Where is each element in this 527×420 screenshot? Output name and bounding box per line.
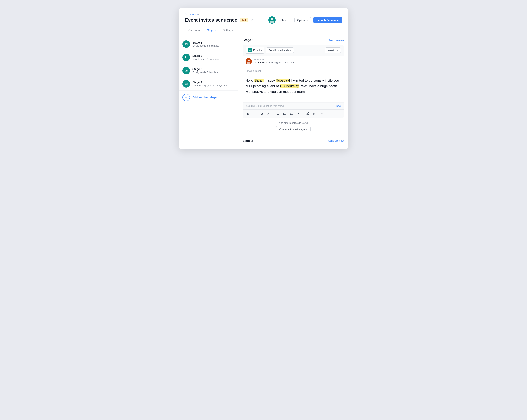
composer-toolbar: ✉ Email ▾ Send immediately ▾ Insert... ▾	[243, 45, 344, 56]
email-type-button[interactable]: ✉ Email ▾	[245, 47, 264, 54]
send-timing-button[interactable]: Send immediately ▾	[266, 47, 294, 53]
insert-chevron: ▾	[337, 49, 338, 51]
sender-name: Irina Satcher	[254, 61, 268, 64]
highlight-ucberkeley: UC Berkeley	[280, 84, 299, 88]
show-signature-link[interactable]: Show	[335, 105, 341, 107]
send-from-label: Send from	[254, 58, 294, 61]
stage2-header: Stage 2 Send preview	[242, 136, 344, 144]
options-button[interactable]: Options ▾	[294, 17, 311, 23]
link-button[interactable]	[319, 111, 324, 117]
sender-email: <irina@acme.com>	[269, 61, 292, 64]
highlight-tuesday: Tuesday!	[276, 79, 290, 82]
star-icon[interactable]: ☆	[251, 18, 254, 22]
stage3-icon: ✉	[182, 67, 190, 74]
stage3-desc: Email, sends 5 days later	[192, 71, 219, 74]
no-email-label: If no email address is found	[279, 122, 308, 124]
stage1-title: Stage 1	[242, 38, 254, 42]
tab-stages[interactable]: Stages	[203, 27, 219, 34]
add-stage-button[interactable]: + Add another stage	[178, 90, 238, 104]
tabs: Overview Stages Settings	[185, 27, 342, 34]
svg-text:1.: 1.	[283, 113, 285, 115]
tab-settings[interactable]: Settings	[219, 27, 236, 34]
sender-chevron-icon[interactable]: ▾	[293, 61, 294, 64]
add-stage-icon: +	[182, 94, 190, 101]
signature-label: Including Gmail signature (not shown)	[245, 105, 285, 107]
share-chevron-icon: ▾	[288, 19, 289, 21]
align-button[interactable]: ☰	[275, 111, 281, 117]
bold-button[interactable]: B	[245, 111, 251, 117]
sidebar-item-stage3[interactable]: ✉ Stage 3 Email, sends 5 days later	[178, 64, 238, 77]
breadcrumb-link[interactable]: Sequences	[185, 13, 198, 16]
stage2-icon: in	[182, 54, 190, 61]
tab-overview[interactable]: Overview	[185, 27, 203, 34]
launch-sequence-button[interactable]: Launch Sequence	[313, 17, 342, 23]
svg-point-5	[247, 62, 251, 64]
sidebar-item-stage4[interactable]: ✉ Stage 4 Text message, sends 7 days lat…	[178, 77, 238, 90]
stage1-header: Stage 1 Send preview	[242, 38, 344, 42]
ordered-list-button[interactable]: 1.	[282, 111, 288, 117]
email-body[interactable]: Hello Sarah, happy Tuesday! I wanted to …	[243, 75, 344, 102]
subject-placeholder: Email subject	[245, 69, 261, 72]
svg-point-11	[290, 114, 291, 114]
page-title: Event invites sequence	[185, 17, 237, 23]
sidebar-item-stage1[interactable]: ✉ Stage 1 Email, sends immediatley	[178, 38, 238, 51]
stage2-name: Stage 2	[192, 54, 219, 57]
send-preview-link[interactable]: Send preview	[328, 39, 344, 42]
toolbar-separator2	[303, 112, 303, 116]
sender-avatar	[245, 58, 252, 65]
stage4-name: Stage 4	[192, 81, 228, 84]
breadcrumb: Sequences /	[185, 13, 342, 16]
svg-point-4	[248, 59, 250, 62]
add-stage-label: Add another stage	[192, 96, 217, 99]
stage2-desc: InMail, sends 3 days later	[192, 58, 219, 61]
svg-point-1	[271, 18, 273, 20]
sender-row: Send from Irina Satcher <irina@acme.com>…	[243, 56, 344, 67]
avatar	[268, 16, 275, 23]
stage-content: Stage 1 Send preview ✉ Email ▾ Send imme…	[238, 34, 349, 149]
email-type-icon: ✉	[248, 48, 252, 52]
send-timing-chevron: ▾	[290, 49, 291, 51]
stage4-desc: Text message, sends 7 days later	[192, 84, 228, 87]
stages-sidebar: ✉ Stage 1 Email, sends immediatley in St…	[178, 34, 238, 149]
stage2-title: Stage 2	[242, 139, 253, 142]
body-text-happy: , happy	[264, 79, 276, 82]
email-type-chevron: ▾	[261, 49, 262, 51]
highlight-sarah: Sarah	[254, 79, 264, 82]
subject-row[interactable]: Email subject	[243, 67, 344, 75]
unordered-list-button[interactable]	[289, 111, 294, 117]
quote-button[interactable]: "	[296, 111, 301, 117]
continue-chevron-icon: ▾	[306, 128, 307, 130]
attach-button[interactable]	[305, 111, 311, 117]
insert-button[interactable]: Insert... ▾	[325, 47, 341, 53]
continue-to-next-stage-button[interactable]: Continue to next stage ▾	[276, 126, 310, 133]
stage4-icon: ✉	[182, 80, 190, 88]
formatting-toolbar: B I U A ☰ 1.	[243, 109, 344, 118]
svg-point-10	[290, 113, 291, 113]
stage2-send-preview[interactable]: Send preview	[328, 139, 344, 142]
share-button[interactable]: Share ▾	[277, 17, 292, 23]
stage1-desc: Email, sends immediatley	[192, 44, 219, 47]
signature-row: Including Gmail signature (not shown) Sh…	[243, 102, 344, 109]
sidebar-item-stage2[interactable]: in Stage 2 InMail, sends 3 days later	[178, 51, 238, 64]
text-color-button[interactable]: A	[266, 111, 271, 117]
draft-badge: Draft	[240, 18, 248, 22]
stage1-name: Stage 1	[192, 41, 219, 44]
stage3-name: Stage 3	[192, 67, 219, 71]
stage1-icon: ✉	[182, 40, 190, 48]
italic-button[interactable]: I	[252, 111, 258, 117]
no-email-section: If no email address is found Continue to…	[242, 122, 344, 133]
image-button[interactable]	[312, 111, 318, 117]
svg-point-17	[314, 113, 315, 114]
options-chevron-icon: ▾	[307, 19, 308, 21]
body-text-hello: Hello	[245, 79, 254, 82]
svg-point-12	[290, 114, 291, 115]
underline-button[interactable]: U	[259, 111, 264, 117]
email-composer: ✉ Email ▾ Send immediately ▾ Insert... ▾	[242, 45, 344, 119]
svg-point-2	[270, 21, 274, 23]
